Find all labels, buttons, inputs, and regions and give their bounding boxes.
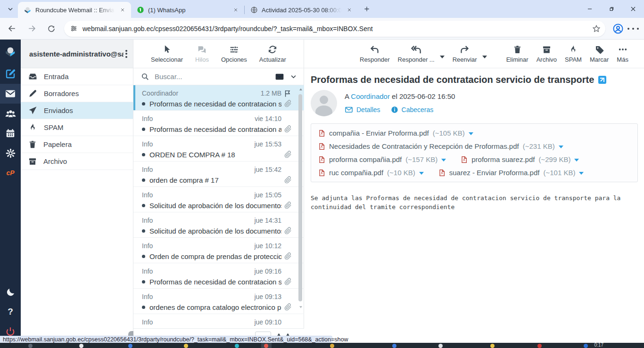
- windows-taskbar[interactable]: 0:17: [0, 343, 644, 348]
- dark-mode-icon[interactable]: [0, 282, 21, 302]
- message-row[interactable]: Infovie 14:10 Proformas de necesidad de …: [133, 111, 304, 136]
- message-row[interactable]: Infojue 10:12 Orden de compra de prendas…: [133, 238, 304, 263]
- message-row[interactable]: Coordinador1.2 MB Proformas de necesidad…: [133, 85, 304, 111]
- scroll-up-icon[interactable]: [298, 87, 304, 92]
- search-options-chevron-icon[interactable]: [290, 73, 297, 80]
- attachment-menu-caret-icon[interactable]: [419, 172, 424, 175]
- close-button[interactable]: [622, 0, 644, 18]
- forward-button[interactable]: Reenviar: [453, 44, 477, 63]
- attachment-menu-caret-icon[interactable]: [574, 159, 579, 162]
- taskbar-app-icon[interactable]: [184, 344, 188, 348]
- taskbar-app-icon[interactable]: [235, 344, 239, 348]
- attachment[interactable]: proforma suarez.pdf(~299 KB): [460, 154, 579, 164]
- minimize-button[interactable]: [579, 0, 601, 18]
- search-scope-mail-icon[interactable]: [275, 72, 284, 81]
- taskbar-app-icon[interactable]: [490, 344, 495, 348]
- taskbar-app-icon[interactable]: [264, 344, 268, 348]
- tab-close-icon[interactable]: [231, 6, 239, 14]
- mail-body: Se adjunta las Proformas de necesidad de…: [311, 194, 641, 211]
- attachment[interactable]: suarez - Enviar Proforma.pdf(~101 KB): [438, 168, 584, 178]
- search-input[interactable]: [155, 73, 275, 81]
- message-row[interactable]: Infojue 09:16 Proformas de necesidad de …: [133, 263, 304, 289]
- select-button[interactable]: Seleccionar: [151, 44, 183, 63]
- browser-profile-icon[interactable]: [610, 21, 626, 37]
- recipient-link[interactable]: Coordinador: [351, 92, 390, 100]
- tab-roundcube[interactable]: Roundcube Webmail :: Enviados: [18, 2, 131, 18]
- forward-button[interactable]: [24, 21, 40, 37]
- threads-button[interactable]: Hilos: [195, 44, 209, 63]
- taskbar-app-icon[interactable]: [128, 344, 132, 348]
- reply-button[interactable]: Responder: [360, 44, 390, 63]
- attachment-menu-caret-icon[interactable]: [469, 132, 473, 135]
- delete-button[interactable]: Eliminar: [506, 44, 528, 63]
- spam-fire-icon: [569, 44, 578, 55]
- taskbar-app-icon[interactable]: [28, 344, 33, 348]
- archive-button[interactable]: Archivo: [537, 44, 557, 63]
- new-tab-button[interactable]: [361, 3, 373, 15]
- forward-menu-caret-icon[interactable]: [482, 56, 487, 58]
- help-icon[interactable]: ?: [0, 302, 21, 322]
- bookmark-star-icon[interactable]: [592, 24, 601, 33]
- address-bar[interactable]: webmail.sanjuan.gob.ec/cpsess0220656431/…: [64, 21, 605, 37]
- reload-button[interactable]: [43, 21, 59, 37]
- folder-spam[interactable]: SPAM: [21, 119, 133, 136]
- calendar-nav-icon[interactable]: [0, 123, 21, 143]
- tab-search-icon[interactable]: [4, 2, 17, 16]
- attachment[interactable]: Necesidades de Contratación y Recepción …: [318, 141, 563, 151]
- account-menu-icon[interactable]: [124, 47, 129, 61]
- folder-papelera[interactable]: Papelera: [21, 136, 133, 153]
- cpanel-icon[interactable]: cP: [0, 163, 21, 183]
- details-toggle[interactable]: Detalles: [345, 105, 380, 114]
- attachment-menu-caret-icon[interactable]: [559, 146, 563, 148]
- message-row[interactable]: Infojue 14:31 Solicitud de aprobación de…: [133, 212, 304, 238]
- contacts-nav-icon[interactable]: [0, 104, 21, 123]
- pdf-file-icon: [460, 156, 468, 163]
- attachment[interactable]: ruc compañia.pdf(~10 KB): [318, 168, 424, 178]
- compose-button[interactable]: [0, 64, 21, 84]
- scroll-thumb[interactable]: [298, 94, 302, 301]
- attachment[interactable]: proforma compañia.pdf(~157 KB): [318, 154, 446, 164]
- attachment-menu-caret-icon[interactable]: [579, 172, 584, 175]
- taskbar-app-icon[interactable]: [584, 344, 588, 348]
- list-scrollbar[interactable]: [298, 87, 303, 327]
- taskbar-app-icon[interactable]: [330, 344, 334, 348]
- browser-menu-icon[interactable]: [626, 21, 640, 37]
- message-row[interactable]: Infojue 15:05 Solicitud de aprobación de…: [133, 187, 304, 212]
- folder-borradores[interactable]: Borradores: [21, 85, 133, 102]
- tab-actividad[interactable]: Actividad 2025-05-30 08:00:00: [245, 2, 358, 18]
- scroll-down-icon[interactable]: [298, 304, 304, 310]
- open-in-new-window-icon[interactable]: [598, 76, 606, 84]
- settings-nav-icon[interactable]: [0, 143, 21, 163]
- attachment[interactable]: compañia - Enviar Proforma.pdf(~105 KB): [318, 128, 473, 138]
- mail-nav-icon[interactable]: [0, 84, 21, 104]
- options-button[interactable]: Opciones: [221, 44, 247, 63]
- reply-all-button[interactable]: Responder ...: [398, 44, 435, 63]
- folder-enviados[interactable]: Enviados: [21, 102, 133, 119]
- site-settings-icon[interactable]: [70, 24, 78, 32]
- message-row[interactable]: Infojue 15:42 orden de compra # 17: [133, 162, 304, 187]
- mark-button[interactable]: Marcar: [590, 44, 609, 63]
- message-row[interactable]: Infojue 15:53 ORDEN DE COMPRA # 18: [133, 136, 304, 162]
- spam-button[interactable]: SPAM: [565, 44, 582, 63]
- back-button[interactable]: [4, 21, 20, 37]
- folder-entrada[interactable]: Entrada: [21, 68, 133, 85]
- taskbar-app-icon[interactable]: [79, 344, 83, 348]
- attachment-menu-caret-icon[interactable]: [441, 159, 446, 162]
- tab-close-icon[interactable]: [345, 6, 353, 14]
- tab-close-icon[interactable]: [118, 6, 126, 14]
- list-toolbar: Seleccionar Hilos Opciones Actualizar: [133, 40, 304, 68]
- taskbar-app-icon[interactable]: [537, 344, 542, 348]
- unread-dot: [142, 153, 145, 156]
- restore-button[interactable]: [601, 0, 622, 18]
- taskbar-app-icon[interactable]: [392, 344, 396, 348]
- more-button[interactable]: Más: [617, 44, 628, 63]
- refresh-button[interactable]: Actualizar: [259, 44, 286, 63]
- taskbar-app-icon[interactable]: [438, 344, 443, 348]
- headers-toggle[interactable]: Cabeceras: [391, 106, 434, 113]
- flag-icon[interactable]: [281, 89, 292, 97]
- message-row[interactable]: Infojue 09:10: [133, 314, 304, 328]
- tab-whatsapp[interactable]: (1) WhatsApp: [131, 2, 244, 18]
- folder-archivo[interactable]: Archivo: [21, 153, 133, 170]
- message-row[interactable]: Infojue 09:13 ordenes de compra catalogo…: [133, 289, 304, 314]
- reply-all-menu-caret-icon[interactable]: [440, 56, 445, 58]
